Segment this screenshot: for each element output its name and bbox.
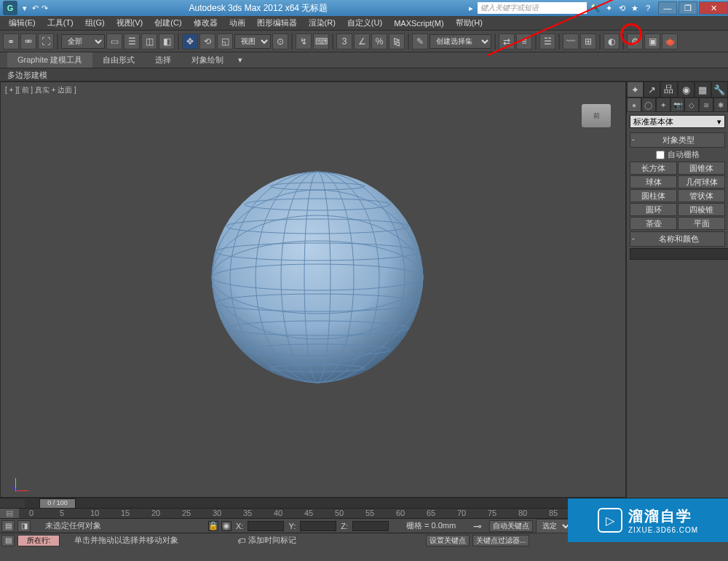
help-search-input[interactable]: 键入关键字或短语 — [478, 2, 587, 14]
primitive-cone[interactable]: 圆锥体 — [678, 162, 725, 175]
subtab-cameras-icon[interactable]: 📷 — [670, 98, 685, 112]
selection-lock-icon[interactable]: 🔒 — [208, 521, 218, 531]
layers-icon[interactable]: ☱ — [539, 33, 555, 49]
subtab-shapes-icon[interactable]: ◯ — [641, 98, 656, 112]
primitive-cylinder[interactable]: 圆柱体 — [630, 189, 677, 202]
close-button[interactable]: ✕ — [699, 1, 728, 15]
viewport[interactable]: [ + ][ 前 ] 真实 + 边面 ] 前 — [0, 81, 626, 498]
keyfilter-button[interactable]: 关键点过滤器... — [472, 535, 529, 546]
keymode-dropdown[interactable]: 选定对象 — [536, 519, 572, 533]
subtab-spacewarps-icon[interactable]: ≋ — [699, 98, 713, 112]
prompt-icon[interactable]: ◨ — [17, 520, 31, 532]
mini-listener-icon[interactable]: ▤ — [1, 535, 15, 546]
select-by-name-icon[interactable]: ☰ — [124, 33, 140, 49]
rollout-object-type[interactable]: -对象类型 — [630, 132, 725, 148]
percent-snap-icon[interactable]: % — [371, 33, 387, 49]
menu-views[interactable]: 视图(V) — [111, 17, 149, 28]
primitive-plane[interactable]: 平面 — [678, 217, 725, 230]
tab-modify-icon[interactable]: ↗ — [644, 81, 660, 98]
primitive-tube[interactable]: 管状体 — [678, 189, 725, 202]
move-icon[interactable]: ✥ — [182, 33, 198, 49]
script-listener-icon[interactable]: ▤ — [1, 520, 15, 532]
menu-create[interactable]: 创建(C) — [149, 17, 187, 28]
menu-maxscript[interactable]: MAXScript(M) — [388, 19, 449, 28]
menu-help[interactable]: 帮助(H) — [450, 17, 488, 28]
tab-utilities-icon[interactable]: 🔧 — [711, 81, 728, 98]
tab-hierarchy-icon[interactable]: 品 — [660, 81, 677, 98]
tab-create-icon[interactable]: ✦ — [627, 81, 644, 98]
rotate-icon[interactable]: ⟲ — [199, 33, 215, 49]
autogrid-checkbox[interactable]: 自动栅格 — [630, 148, 725, 162]
time-tag-icon[interactable]: 🏷 — [237, 536, 245, 545]
tab-motion-icon[interactable]: ◉ — [678, 81, 695, 98]
subtab-lights-icon[interactable]: ✦ — [656, 98, 670, 112]
primitive-box[interactable]: 长方体 — [630, 162, 677, 175]
unlink-icon[interactable]: ⚮ — [20, 33, 36, 49]
redo-icon[interactable]: ↷ — [41, 4, 48, 13]
ribbon-tab-objectpaint[interactable]: 对象绘制 — [181, 52, 234, 68]
scale-icon[interactable]: ◱ — [217, 33, 233, 49]
primitive-torus[interactable]: 圆环 — [630, 203, 677, 216]
menu-tools[interactable]: 工具(T) — [41, 17, 79, 28]
key-icon[interactable]: ⊸ — [473, 520, 482, 532]
ribbon-dropdown-icon[interactable]: ▾ — [238, 55, 242, 65]
snap-toggle-icon[interactable]: 3 — [336, 33, 352, 49]
tool1-icon[interactable]: ✦ — [603, 2, 614, 14]
render-production-icon[interactable]: 🫖 — [662, 33, 678, 49]
primitive-sphere[interactable]: 球体 — [630, 175, 677, 188]
primitive-pyramid[interactable]: 四棱锥 — [678, 203, 725, 216]
align-icon[interactable]: ≡ — [516, 33, 532, 49]
minimize-button[interactable]: — — [658, 1, 677, 15]
menu-customize[interactable]: 自定义(U) — [341, 17, 388, 28]
rendered-frame-icon[interactable]: ▣ — [644, 33, 660, 49]
selection-filter-dropdown[interactable]: 全部 — [61, 34, 105, 49]
viewcube[interactable]: 前 — [582, 104, 611, 127]
help-icon[interactable]: ? — [642, 2, 654, 14]
material-editor-icon[interactable]: ◐ — [604, 33, 620, 49]
time-slider-handle[interactable]: 0 / 100 — [39, 498, 76, 509]
curve-editor-icon[interactable]: 〰 — [563, 33, 579, 49]
ref-coord-dropdown[interactable]: 视图 — [234, 34, 271, 49]
search-go-icon[interactable]: 🔦 — [590, 2, 601, 14]
autokey-button[interactable]: 自动关键点 — [489, 520, 533, 532]
add-time-tag[interactable]: 添加时间标记 — [248, 535, 423, 546]
ribbon-panel-label[interactable]: 多边形建模 — [0, 68, 728, 81]
keyboard-shortcut-icon[interactable]: ⌨ — [313, 33, 329, 49]
menu-edit[interactable]: 编辑(E) — [3, 17, 41, 28]
setkey-button[interactable]: 设置关键点 — [426, 535, 470, 546]
spinner-snap-icon[interactable]: ⧎ — [389, 33, 405, 49]
bind-icon[interactable]: ⛶ — [38, 33, 54, 49]
object-name-input[interactable] — [630, 248, 728, 260]
edit-named-sel-icon[interactable]: ✎ — [412, 33, 428, 49]
primitive-geosphere[interactable]: 几何球体 — [678, 175, 725, 188]
restore-button[interactable]: ❐ — [678, 1, 697, 15]
select-icon[interactable]: ▭ — [106, 33, 122, 49]
trackbar-toggle-icon[interactable]: ▤ — [0, 509, 19, 518]
pivot-icon[interactable]: ⊙ — [272, 33, 288, 49]
undo-icon[interactable]: ↶ — [32, 4, 39, 13]
ribbon-tab-freeform[interactable]: 自由形式 — [92, 52, 145, 68]
menu-group[interactable]: 组(G) — [79, 17, 111, 28]
primitive-teapot[interactable]: 茶壶 — [630, 217, 677, 230]
z-coord-input[interactable] — [352, 521, 389, 531]
named-selection-dropdown[interactable]: 创建选择集 — [430, 34, 491, 49]
x-coord-input[interactable] — [248, 521, 284, 531]
subtab-helpers-icon[interactable]: ◇ — [684, 98, 699, 112]
app-menu-icon[interactable]: G — [3, 1, 17, 15]
y-coord-input[interactable] — [300, 521, 336, 531]
subtab-systems-icon[interactable]: ✱ — [713, 98, 728, 112]
favorite-icon[interactable]: ★ — [629, 2, 641, 14]
ribbon-tab-selection[interactable]: 选择 — [145, 52, 181, 68]
manipulate-icon[interactable]: ↯ — [296, 33, 312, 49]
select-region-icon[interactable]: ◫ — [141, 33, 157, 49]
render-setup-icon[interactable]: ⚙ — [627, 33, 643, 49]
ribbon-tab-graphite[interactable]: Graphite 建模工具 — [7, 52, 92, 68]
link-icon[interactable]: ⚭ — [3, 33, 19, 49]
category-dropdown[interactable]: 标准基本体▾ — [630, 115, 725, 128]
rollout-name-color[interactable]: -名称和颜色 — [630, 231, 725, 247]
sphere-object[interactable] — [208, 168, 427, 386]
tab-display-icon[interactable]: ▦ — [695, 81, 711, 98]
mirror-icon[interactable]: ⇄ — [499, 33, 515, 49]
current-line-button[interactable]: 所在行: — [17, 535, 60, 546]
menu-grapheditors[interactable]: 图形编辑器 — [251, 17, 303, 28]
